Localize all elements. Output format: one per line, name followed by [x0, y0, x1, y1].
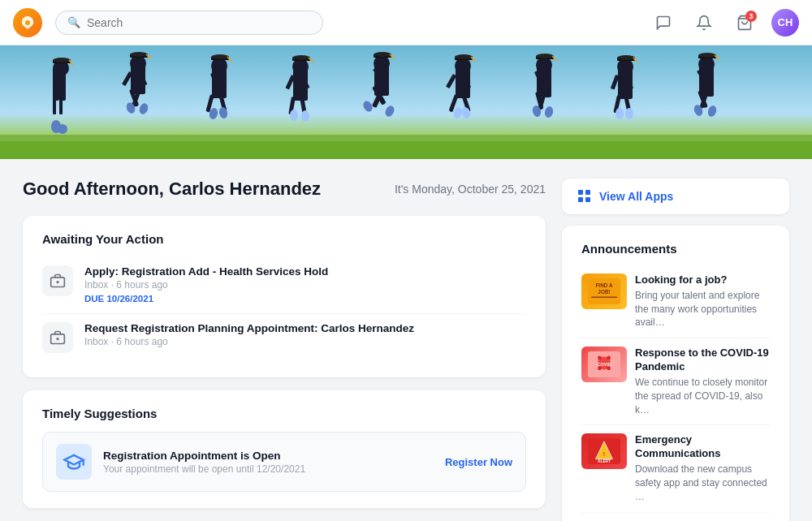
top-navigation: 🔍 3 CH	[0, 0, 812, 45]
svg-point-46	[292, 55, 310, 60]
svg-text:JOB!: JOB!	[598, 289, 610, 295]
svg-rect-7	[59, 68, 66, 101]
left-column: Good Afternoon, Carlos Hernandez It's Mo…	[23, 179, 546, 502]
suggestion-body-1: Registration Appointment is Open Your ap…	[103, 450, 434, 475]
svg-point-119	[607, 367, 611, 371]
svg-point-13	[53, 58, 71, 62]
date-text: It's Monday, October 25, 2021	[395, 183, 546, 196]
svg-rect-4	[0, 135, 812, 141]
announcement-item-2[interactable]: COVID Response to the COVID-19 Pandemic …	[581, 338, 770, 425]
svg-point-35	[211, 54, 229, 59]
nav-right: 3 CH	[650, 9, 799, 37]
svg-point-117	[607, 356, 611, 360]
action-icon-2	[42, 322, 73, 353]
main-content: Good Afternoon, Carlos Hernandez It's Mo…	[0, 159, 812, 521]
svg-text:FIND A: FIND A	[595, 282, 612, 288]
announcement-item-3[interactable]: ! ALERT Emergency Communications Downloa…	[581, 425, 770, 512]
svg-point-9	[58, 124, 67, 134]
svg-point-101	[698, 53, 716, 58]
view-all-apps-button[interactable]: View All Apps	[562, 179, 789, 214]
awaiting-action-card: Awaiting Your Action Apply: Registration…	[23, 216, 546, 377]
announcement-content-1: Looking for a job? Bring your talent and…	[635, 273, 770, 329]
timely-suggestions-title: Timely Suggestions	[42, 407, 526, 420]
action-icon-1	[42, 265, 73, 296]
announcement-content-3: Emergency Communications Download the ne…	[635, 433, 770, 503]
announcement-item-1[interactable]: FIND A JOB! Looking for a job? Bring you…	[581, 265, 770, 338]
svg-text:ALERT: ALERT	[598, 460, 611, 464]
suggestion-title-1: Registration Appointment is Open	[103, 450, 434, 462]
greeting-text: Good Afternoon, Carlos Hernandez	[23, 179, 321, 200]
action-title-2: Request Registration Planning Appointmen…	[84, 322, 414, 334]
svg-rect-112	[591, 296, 617, 298]
suggestion-item-1[interactable]: Registration Appointment is Open Your ap…	[42, 432, 526, 492]
svg-rect-11	[59, 98, 63, 114]
svg-point-86	[625, 108, 633, 119]
svg-point-116	[598, 356, 602, 360]
suggestion-icon-1	[56, 444, 92, 480]
action-meta-1: Inbox · 6 hours ago	[84, 279, 328, 291]
announcement-title-2: Response to the COVID-19 Pandemic	[635, 347, 770, 374]
announcement-thumb-3: ! ALERT	[581, 433, 627, 469]
apps-grid-icon	[578, 190, 591, 203]
action-item-1[interactable]: Apply: Registration Add - Health Service…	[42, 257, 526, 314]
cart-button[interactable]: 3	[731, 9, 758, 37]
view-all-apps-label: View All Apps	[599, 190, 673, 203]
announcement-thumb-1: FIND A JOB!	[581, 273, 627, 309]
due-badge-1: DUE 10/26/2021	[84, 294, 153, 304]
announcement-title-3: Emergency Communications	[635, 433, 770, 461]
suggestion-subtitle-1: Your appointment will be open until 12/2…	[103, 463, 434, 475]
action-body-2: Request Registration Planning Appointmen…	[84, 322, 414, 347]
announcement-title-1: Looking for a job?	[635, 273, 770, 287]
awaiting-action-title: Awaiting Your Action	[42, 232, 526, 246]
svg-point-118	[598, 367, 602, 371]
svg-rect-10	[53, 98, 56, 114]
logo-area[interactable]	[13, 8, 42, 37]
svg-point-42	[301, 110, 309, 122]
announcements-title: Announcements	[581, 242, 770, 256]
announcements-card: Announcements FIND A JOB! Looking for a …	[562, 226, 789, 521]
svg-text:COVID: COVID	[597, 362, 611, 367]
register-now-button[interactable]: Register Now	[445, 456, 512, 468]
svg-rect-3	[0, 139, 812, 159]
svg-point-85	[615, 108, 624, 119]
svg-point-0	[25, 20, 30, 25]
user-avatar[interactable]: CH	[771, 9, 799, 37]
timely-suggestions-card: Timely Suggestions Registration Appointm…	[23, 390, 546, 508]
action-title-1: Apply: Registration Add - Health Service…	[84, 265, 328, 278]
svg-point-24	[130, 52, 148, 57]
hero-banner	[0, 45, 812, 159]
announcement-thumb-2: COVID	[581, 347, 627, 382]
svg-point-90	[617, 55, 635, 60]
svg-text:!: !	[603, 450, 605, 458]
messages-button[interactable]	[650, 9, 677, 37]
cart-badge: 3	[745, 11, 757, 22]
greeting-row: Good Afternoon, Carlos Hernandez It's Mo…	[23, 179, 546, 200]
workday-logo	[13, 8, 42, 37]
action-meta-2: Inbox · 6 hours ago	[84, 336, 414, 347]
announcement-desc-3: Download the new campus safety app and s…	[635, 463, 770, 503]
svg-point-41	[290, 110, 298, 121]
svg-point-79	[536, 54, 554, 58]
svg-rect-6	[53, 68, 59, 101]
announcement-content-2: Response to the COVID-19 Pandemic We con…	[635, 347, 770, 416]
svg-point-68	[455, 54, 473, 59]
search-bar[interactable]: 🔍	[55, 11, 323, 35]
announcement-desc-2: We continue to closely monitor the sprea…	[635, 376, 770, 416]
announcement-desc-1: Bring your talent and explore the many w…	[635, 289, 770, 329]
search-icon: 🔍	[67, 16, 80, 28]
svg-point-57	[374, 52, 391, 57]
notifications-button[interactable]	[690, 9, 718, 37]
right-column: View All Apps Announcements FIND A JOB! …	[562, 179, 789, 502]
action-body-1: Apply: Registration Add - Health Service…	[84, 265, 328, 305]
action-item-2[interactable]: Request Registration Planning Appointmen…	[42, 314, 526, 361]
search-input[interactable]	[87, 16, 311, 29]
